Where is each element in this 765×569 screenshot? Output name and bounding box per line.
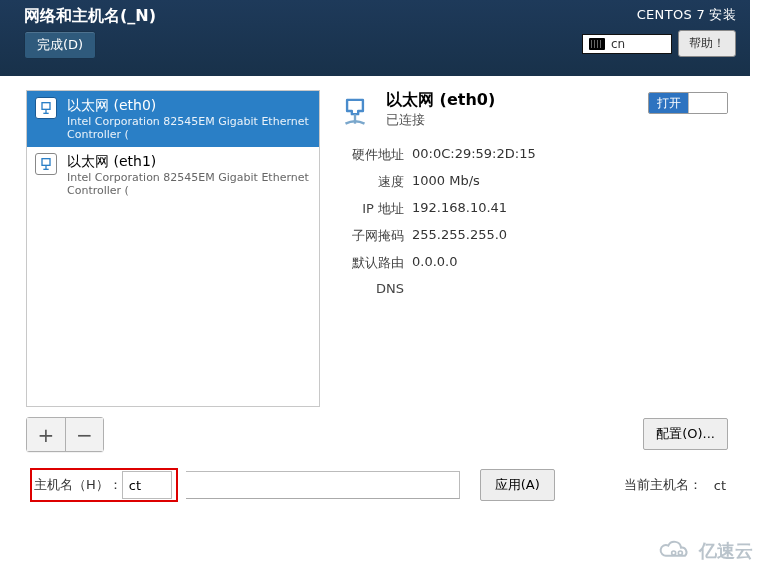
cloud-icon [655,539,695,563]
watermark: 亿速云 [649,537,759,565]
label-netmask: 子网掩码 [334,227,404,245]
svg-point-8 [678,551,682,555]
value-dns [412,281,736,296]
keyboard-icon [589,38,605,50]
apply-hostname-button[interactable]: 应用(A) [480,469,555,501]
hostname-highlight-box: 主机名（H）： [30,468,178,502]
configure-button[interactable]: 配置(O)... [643,418,728,450]
current-hostname-value: ct [714,478,726,493]
interface-item-eth1[interactable]: 以太网 (eth1) Intel Corporation 82545EM Gig… [27,147,319,203]
label-default-route: 默认路由 [334,254,404,272]
add-interface-button[interactable]: + [27,418,65,451]
toggle-on-label: 打开 [649,93,688,113]
remove-interface-button[interactable]: − [65,418,103,451]
interface-subtitle: Intel Corporation 82545EM Gigabit Ethern… [67,115,311,141]
ethernet-icon [35,153,57,175]
detail-status: 已连接 [386,111,495,129]
hostname-input[interactable] [122,471,172,499]
ethernet-icon [35,97,57,119]
toggle-knob [688,93,727,113]
ethernet-icon [334,90,376,132]
keyboard-layout-selector[interactable]: cn [582,34,672,54]
label-dns: DNS [334,281,404,296]
interface-name: 以太网 (eth1) [67,153,311,171]
connection-toggle[interactable]: 打开 [648,92,728,114]
value-ip: 192.168.10.41 [412,200,736,218]
interface-subtitle: Intel Corporation 82545EM Gigabit Ethern… [67,171,311,197]
label-speed: 速度 [334,173,404,191]
done-button[interactable]: 完成(D) [24,31,96,59]
watermark-text: 亿速云 [699,539,753,563]
current-hostname-label: 当前主机名： [624,476,702,494]
interface-list: 以太网 (eth0) Intel Corporation 82545EM Gig… [26,90,320,407]
detail-interface-title: 以太网 (eth0) [386,90,495,111]
value-hw-address: 00:0C:29:59:2D:15 [412,146,736,164]
hostname-label: 主机名（H）： [34,476,122,494]
add-remove-group: + − [26,417,104,452]
svg-rect-3 [42,159,50,166]
svg-rect-0 [42,103,50,110]
label-hw-address: 硬件地址 [334,146,404,164]
hostname-input-extended[interactable] [186,471,460,499]
interface-item-eth0[interactable]: 以太网 (eth0) Intel Corporation 82545EM Gig… [27,91,319,147]
page-title: 网络和主机名(_N) [24,6,156,27]
value-speed: 1000 Mb/s [412,173,736,191]
installer-brand: CENTOS 7 安装 [637,6,736,24]
value-default-route: 0.0.0.0 [412,254,736,272]
svg-point-7 [672,551,676,555]
interface-name: 以太网 (eth0) [67,97,311,115]
value-netmask: 255.255.255.0 [412,227,736,245]
keyboard-layout-label: cn [611,37,625,51]
label-ip: IP 地址 [334,200,404,218]
help-button[interactable]: 帮助！ [678,30,736,57]
